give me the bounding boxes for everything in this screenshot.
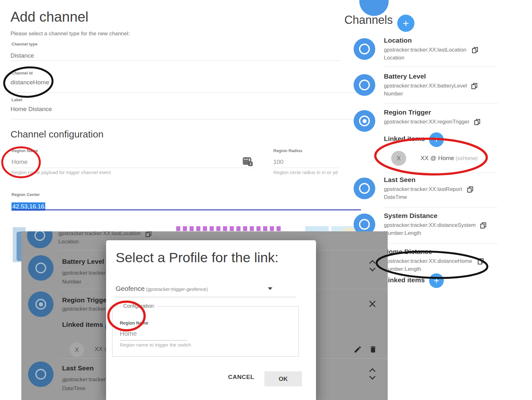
- channel-uid: gpstracker:tracker:XX:lastReport: [384, 186, 462, 193]
- autofill-bar: [249, 158, 250, 161]
- row-divider: [384, 243, 498, 243]
- copy-icon[interactable]: [467, 186, 473, 193]
- channel-type-icon: [354, 74, 375, 96]
- linked-item-text: XX @ Home: [421, 155, 454, 161]
- channel-item-type: Number: [384, 91, 403, 97]
- channel-type-label: Channel type: [11, 42, 38, 46]
- delete-icon[interactable]: [369, 345, 377, 354]
- row-divider: [384, 67, 498, 67]
- configuration-fieldset: Configuration: Region Name Home Region n…: [112, 303, 299, 357]
- channel-type-icon: [28, 291, 54, 317]
- channel-item-type: DateTime: [384, 194, 407, 200]
- trigger-ring-dot-icon: [35, 299, 46, 310]
- channel-title: Battery Level: [62, 258, 104, 265]
- channel-title: Home Distance: [384, 248, 432, 256]
- copy-icon[interactable]: [474, 119, 480, 125]
- lastseen-ring-icon: [359, 183, 370, 194]
- channel-type-field[interactable]: Distance: [11, 52, 34, 59]
- linked-item-suffix: (xxHome): [456, 156, 478, 161]
- channel-uid: gpstracker:tracker:XX:regionTrigger: [384, 119, 470, 125]
- region-name-label: Region Name: [120, 320, 148, 326]
- autofill-badge: 3: [248, 162, 253, 166]
- add-channel-button[interactable]: +: [397, 15, 414, 32]
- battery-ring-icon: [35, 263, 46, 273]
- channel-type-icon: [28, 361, 54, 387]
- copy-icon[interactable]: [146, 231, 151, 237]
- copy-icon[interactable]: [472, 47, 478, 53]
- channel-uid: gpstracker:tracker:XX:lastLocation: [384, 47, 466, 53]
- autofill-extension-icon[interactable]: 3: [243, 157, 251, 165]
- channel-type-icon: [354, 110, 375, 132]
- channel-uid: gpstracker:tracker:XX:distanceSystem: [384, 222, 476, 228]
- channel-title: Last Seen: [384, 176, 415, 184]
- ok-button[interactable]: OK: [264, 371, 302, 386]
- edit-icon[interactable]: [354, 345, 362, 354]
- profile-select-uid: (gpstracker:trigger-geofence): [146, 286, 208, 292]
- label-field[interactable]: Home Distance: [11, 106, 52, 113]
- add-linked-item-button[interactable]: +: [429, 273, 444, 288]
- row-divider: [384, 207, 498, 207]
- channel-title: Battery Level: [384, 73, 426, 80]
- channel-item-type: Number: [62, 279, 81, 285]
- page-title: Add channel: [11, 9, 89, 25]
- config-section-title: Channel configuration: [11, 129, 104, 140]
- region-radius-hint: Region circle radius in m or yd: [273, 170, 363, 175]
- label-underline: [11, 119, 362, 119]
- copy-icon[interactable]: [480, 222, 486, 229]
- region-radius-underline: [273, 168, 340, 168]
- region-name-underline: [11, 168, 253, 168]
- channel-item-type: DateTime: [62, 385, 85, 392]
- channel-type-underline: [11, 60, 340, 61]
- channel-title: System Distance: [384, 212, 437, 220]
- linked-item-avatar[interactable]: X: [391, 151, 406, 166]
- location-ring-icon: [34, 231, 45, 241]
- channel-id-underline: [11, 92, 362, 93]
- screen: Add channel Please select a channel type…: [0, 0, 532, 400]
- channel-type-icon: [27, 231, 53, 248]
- clipped-text-fragment: [176, 226, 281, 231]
- chevron-down-icon[interactable]: [268, 287, 272, 290]
- dialog-title: Select a Profile for the link:: [116, 250, 278, 265]
- region-radius-field[interactable]: 100: [273, 158, 284, 165]
- add-linked-item-button[interactable]: +: [429, 132, 444, 147]
- reorder-chevrons[interactable]: [370, 369, 375, 379]
- region-name-field[interactable]: Home: [11, 158, 28, 165]
- channel-title: Region Trigger: [62, 296, 109, 304]
- channel-id-field[interactable]: distanceHome: [11, 79, 49, 86]
- row-divider: [384, 172, 498, 173]
- cancel-button[interactable]: CANCEL: [226, 373, 256, 381]
- channel-type-icon: [354, 178, 375, 199]
- trigger-ring-dot-icon: [359, 116, 370, 126]
- region-radius-label: Region Radius: [273, 148, 302, 153]
- region-name-underline: [120, 340, 187, 340]
- sysdist-ring-icon: [359, 219, 370, 230]
- channel-title: Last Seen: [62, 364, 94, 372]
- linked-items-label: Linked items: [384, 135, 425, 143]
- channels-panel-title: Channels: [344, 13, 393, 27]
- label-label: Label: [11, 97, 22, 102]
- copy-icon[interactable]: [471, 83, 477, 89]
- linked-item-chip[interactable]: XX @ Home (xxHome): [421, 155, 478, 162]
- channel-uid: gpstracker:tracker:XX:distanceHome: [384, 258, 472, 264]
- channel-type-icon: [354, 38, 375, 60]
- copy-icon[interactable]: [478, 258, 484, 265]
- channel-item-type: Number:Length: [384, 230, 421, 236]
- channel-item-type: Location: [384, 55, 404, 61]
- region-name-input[interactable]: Home: [120, 330, 137, 337]
- profile-select-underline: [116, 297, 296, 297]
- channel-item-type: Number:Length: [384, 266, 421, 272]
- region-name-label: Region Name: [11, 148, 38, 153]
- reorder-chevrons[interactable]: [370, 261, 375, 270]
- profile-select-value: Geofence: [116, 285, 145, 292]
- channel-title: Location: [384, 37, 412, 44]
- profile-select[interactable]: Geofence (gpstracker:trigger-geofence): [116, 285, 208, 292]
- channel-uid: gpstracker:tracker:XX:batteryLevel: [384, 83, 467, 89]
- region-center-focus-underline: [11, 209, 361, 210]
- region-name-hint: Region name payload for trigger channel …: [11, 170, 111, 175]
- collapse-chevrons[interactable]: [370, 299, 375, 309]
- linked-item-avatar[interactable]: X: [69, 342, 84, 357]
- location-ring-icon: [359, 44, 370, 54]
- region-center-label: Region Center: [11, 192, 40, 197]
- sliver-block: [305, 226, 329, 231]
- channel-type-icon: [28, 255, 54, 281]
